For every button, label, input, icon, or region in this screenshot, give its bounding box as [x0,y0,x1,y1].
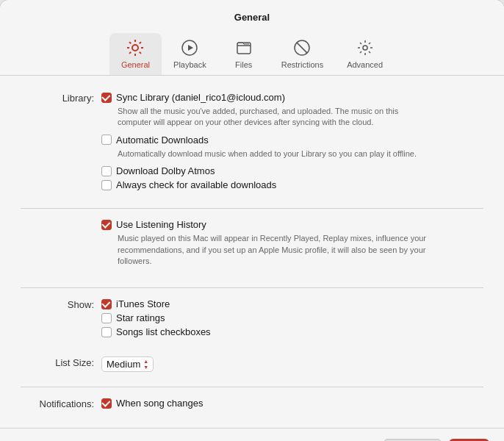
svg-point-14 [363,46,367,50]
notifications-checkbox[interactable] [101,398,112,409]
list-size-label: List Size: [21,356,101,368]
auto-downloads-checkbox[interactable] [101,135,112,145]
divider-1 [21,208,483,209]
listening-checkbox[interactable] [101,220,112,230]
sync-description: Show all the music you've added, purchas… [118,106,433,129]
footer: ? Cancel OK [0,428,504,441]
divider-3 [21,387,483,387]
svg-point-0 [132,45,138,51]
sync-checkbox-row: Sync Library (daniel_rico1@icloud.com) [101,92,483,103]
tab-restrictions[interactable]: Restrictions [270,33,335,75]
svg-line-5 [130,42,132,43]
stepper-icon [143,359,148,370]
show-row: Show: iTunes Store Star ratings Songs li… [21,298,483,340]
tab-playback[interactable]: Playback [162,33,218,75]
content-area: Library: Sync Library (daniel_rico1@iclo… [0,76,504,420]
listening-checkbox-row: Use Listening History [101,219,483,230]
tab-playback-label: Playback [173,60,206,69]
sync-checkbox[interactable] [101,93,112,103]
auto-downloads-label[interactable]: Automatic Downloads [116,135,209,146]
show-section: Show: iTunes Store Star ratings Songs li… [0,294,504,349]
notifications-section: Notifications: When song changes [0,393,504,420]
listening-label[interactable]: Use Listening History [116,219,206,230]
songs-row: Songs list checkboxes [101,326,483,337]
svg-line-19 [360,43,361,44]
itunes-row: iTunes Store [101,298,483,309]
toolbar: General Playback [0,30,504,76]
listening-row: Use Listening History Music played on th… [21,219,483,273]
svg-line-7 [140,42,141,43]
dolby-label[interactable]: Download Dolby Atmos [116,165,215,176]
listening-section: Use Listening History Music played on th… [0,215,504,282]
listening-description: Music played on this Mac will appear in … [118,233,433,267]
files-icon [234,37,254,58]
tab-advanced[interactable]: Advanced [335,33,395,75]
available-downloads-row: Always check for available downloads [101,179,483,190]
tab-files-label: Files [235,60,252,69]
library-controls: Sync Library (daniel_rico1@icloud.com) S… [101,92,483,193]
tab-restrictions-label: Restrictions [281,60,323,69]
star-checkbox[interactable] [101,313,112,323]
divider-2 [21,287,483,288]
library-label: Library: [21,92,101,104]
tab-advanced-label: Advanced [347,60,383,69]
sync-label[interactable]: Sync Library (daniel_rico1@icloud.com) [116,92,285,103]
notifications-label: Notifications: [21,398,101,409]
tab-general-label: General [121,60,150,69]
restrictions-icon [292,37,312,58]
auto-downloads-description: Automatically download music when added … [118,148,433,159]
list-size-section: List Size: Medium [0,352,504,381]
preferences-window: General [0,0,504,441]
svg-line-13 [297,43,307,53]
available-downloads-label[interactable]: Always check for available downloads [116,179,276,190]
available-downloads-checkbox[interactable] [101,180,112,190]
itunes-label[interactable]: iTunes Store [116,298,170,309]
library-section: Library: Sync Library (daniel_rico1@iclo… [0,87,504,202]
svg-line-6 [140,52,141,54]
notifications-row: Notifications: When song changes [21,398,483,412]
songs-label[interactable]: Songs list checkboxes [116,326,211,337]
svg-line-21 [369,43,370,44]
tab-general[interactable]: General [109,33,162,75]
general-icon [125,37,145,58]
show-label: Show: [21,298,101,310]
list-size-select[interactable]: Medium [101,356,154,372]
advanced-icon [355,37,375,58]
window-title: General [0,12,504,23]
svg-line-20 [369,51,370,53]
list-size-value: Medium [107,359,140,370]
songs-checkbox[interactable] [101,327,112,337]
tab-files[interactable]: Files [218,33,270,75]
sync-row: Library: Sync Library (daniel_rico1@iclo… [21,92,483,193]
auto-downloads-row: Automatic Downloads [101,135,483,146]
title-bar: General [0,0,504,76]
itunes-checkbox[interactable] [101,299,112,309]
svg-line-22 [360,51,361,53]
list-size-row: List Size: Medium [21,356,483,372]
svg-marker-10 [188,45,193,51]
dolby-row: Download Dolby Atmos [101,165,483,176]
star-row: Star ratings [101,312,483,323]
song-changes-row: When song changes [101,398,483,409]
svg-line-8 [130,52,132,54]
dolby-checkbox[interactable] [101,166,112,176]
notifications-text[interactable]: When song changes [116,398,204,409]
playback-icon [179,37,200,58]
star-label[interactable]: Star ratings [116,312,165,323]
